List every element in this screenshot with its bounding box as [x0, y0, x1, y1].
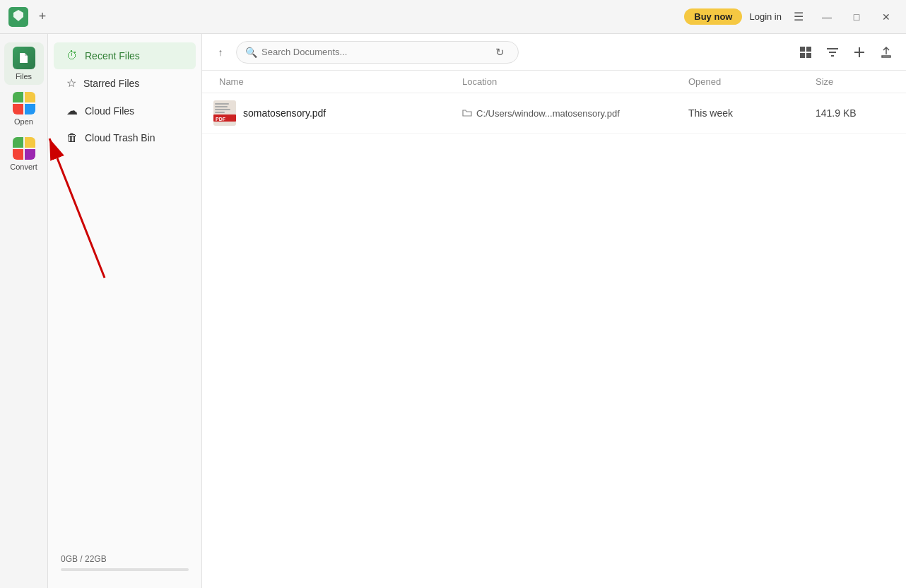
toolbar: ↑ 🔍 ↻ [202, 34, 906, 71]
nav-starred-label: Starred Files [83, 78, 139, 89]
file-location-cell: C:/Users/window...matosensory.pdf [457, 108, 683, 119]
col-location: Location [457, 76, 683, 87]
nav-item-starred[interactable]: ☆ Starred Files [54, 69, 196, 97]
app-logo [8, 7, 28, 27]
sidebar-icon-convert[interactable]: Convert [4, 133, 44, 175]
col-opened: Opened [683, 76, 810, 87]
sidebar-icon-open[interactable]: Open [4, 88, 44, 130]
main-content: ↑ 🔍 ↻ [202, 34, 906, 588]
svg-rect-13 [215, 103, 229, 105]
login-button[interactable]: Login in [749, 11, 782, 22]
convert-icon [13, 137, 35, 160]
svg-rect-15 [215, 109, 230, 110]
cloud-icon: ☁ [66, 104, 78, 117]
recent-icon: ⏱ [66, 49, 78, 62]
svg-rect-5 [827, 48, 838, 49]
folder-icon [462, 108, 472, 118]
close-button[interactable]: ✕ [875, 6, 898, 28]
svg-rect-6 [829, 52, 836, 53]
buy-now-button[interactable]: Buy now [684, 8, 742, 25]
maximize-button[interactable]: □ [845, 6, 868, 28]
storage-info: 0GB / 22GB [48, 546, 201, 580]
search-icon: 🔍 [245, 47, 257, 58]
titlebar-right: Buy now Login in ☰ — □ ✕ [684, 6, 898, 28]
search-bar: 🔍 ↻ [236, 41, 519, 64]
svg-rect-16 [215, 112, 225, 113]
nav-cloud-label: Cloud Files [85, 105, 134, 117]
svg-rect-4 [806, 53, 811, 58]
col-size: Size [810, 76, 895, 87]
nav-trash-label: Cloud Trash Bin [85, 132, 155, 143]
files-label: Files [16, 72, 32, 81]
nav-item-cloud[interactable]: ☁ Cloud Files [54, 97, 196, 124]
trash-icon: 🗑 [66, 131, 78, 144]
file-name: somatosensory.pdf [243, 107, 326, 119]
svg-rect-14 [215, 106, 228, 107]
svg-rect-1 [800, 47, 805, 52]
file-size-cell: 141.9 KB [810, 107, 895, 119]
files-icon [13, 47, 35, 69]
convert-label: Convert [10, 163, 37, 171]
back-button[interactable]: ↑ [211, 42, 230, 62]
hamburger-button[interactable]: ☰ [789, 7, 808, 27]
pdf-file-icon: PDF [213, 100, 236, 126]
file-location: C:/Users/window...matosensory.pdf [476, 108, 620, 119]
storage-text: 0GB / 22GB [61, 554, 189, 564]
refresh-button[interactable]: ↻ [490, 42, 510, 62]
app-body: Files Open Convert ⏱ Recent Files [0, 34, 906, 588]
file-opened-cell: This week [683, 107, 810, 119]
col-name: Name [213, 76, 457, 87]
nav-recent-label: Recent Files [85, 50, 140, 61]
icon-sidebar: Files Open Convert [0, 34, 48, 588]
sort-button[interactable] [821, 41, 844, 64]
minimize-button[interactable]: — [816, 6, 838, 28]
svg-text:PDF: PDF [216, 117, 226, 122]
table-row[interactable]: PDF somatosensory.pdf C:/Users/window...… [202, 93, 906, 134]
upload-button[interactable] [875, 41, 898, 64]
view-toggle-button[interactable] [794, 41, 817, 64]
search-input[interactable] [261, 47, 490, 57]
open-icon [13, 92, 35, 114]
svg-rect-9 [854, 52, 864, 53]
star-icon: ☆ [66, 76, 76, 90]
nav-item-trash[interactable]: 🗑 Cloud Trash Bin [54, 124, 196, 151]
open-label: Open [14, 117, 33, 126]
new-tab-button[interactable]: + [34, 8, 51, 25]
file-list-header: Name Location Opened Size [202, 71, 906, 93]
toolbar-actions [794, 41, 898, 64]
add-button[interactable] [848, 41, 871, 64]
titlebar-left: + [8, 7, 51, 27]
svg-rect-7 [831, 55, 834, 57]
sidebar-icon-files[interactable]: Files [4, 42, 44, 85]
file-name-cell: PDF somatosensory.pdf [213, 100, 457, 126]
svg-rect-2 [806, 47, 811, 52]
svg-rect-3 [800, 53, 805, 58]
nav-sidebar: ⏱ Recent Files ☆ Starred Files ☁ Cloud F… [48, 34, 202, 588]
titlebar: + Buy now Login in ☰ — □ ✕ [0, 0, 906, 34]
nav-item-recent[interactable]: ⏱ Recent Files [54, 42, 196, 69]
storage-bar [61, 568, 189, 571]
